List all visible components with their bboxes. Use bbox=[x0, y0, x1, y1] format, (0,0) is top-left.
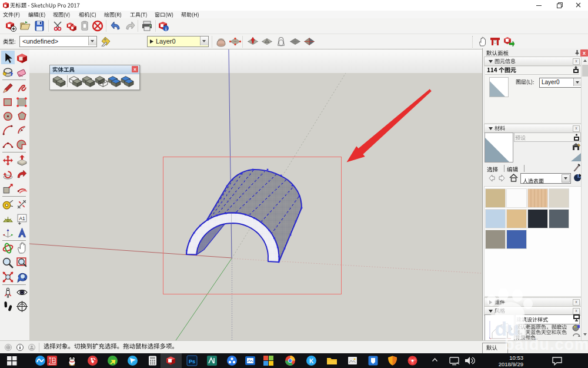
svg-text:A1: A1 bbox=[19, 215, 25, 221]
svg-text:K: K bbox=[309, 358, 314, 364]
svg-text:Ps: Ps bbox=[189, 359, 195, 364]
svg-text:2018/9/29: 2018/9/29 bbox=[499, 361, 523, 367]
svg-text:10:53: 10:53 bbox=[509, 354, 523, 361]
